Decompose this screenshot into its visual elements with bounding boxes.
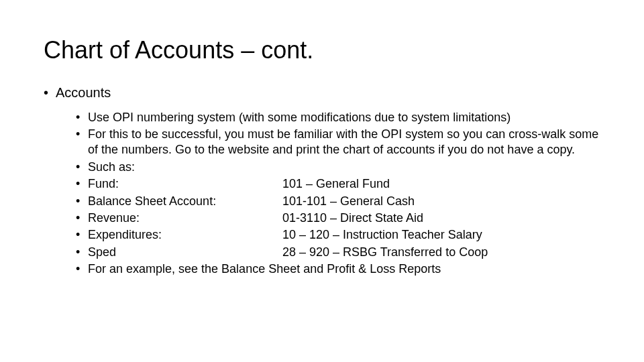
- bullet-level1: Accounts: [44, 85, 600, 101]
- list-item: Fund: 101 – General Fund: [76, 176, 600, 192]
- item-value: 101-101 – General Cash: [282, 194, 600, 209]
- list-item: Expenditures: 10 – 120 – Instruction Tea…: [76, 227, 600, 243]
- list-item: Use OPI numbering system (with some modi…: [76, 110, 600, 125]
- list-item: For an example, see the Balance Sheet an…: [76, 261, 600, 277]
- slide-title: Chart of Accounts – cont.: [44, 37, 600, 64]
- list-item: Balance Sheet Account: 101-101 – General…: [76, 194, 600, 209]
- item-value: 10 – 120 – Instruction Teacher Salary: [282, 227, 600, 243]
- item-label: Fund:: [88, 176, 282, 192]
- item-value: 101 – General Fund: [282, 176, 600, 192]
- item-value: 28 – 920 – RSBG Transferred to Coop: [282, 245, 600, 260]
- list-item: For this to be successful, you must be f…: [76, 127, 600, 158]
- list-item: Revenue: 01-3110 – Direct State Aid: [76, 210, 600, 226]
- bullet-level2-list: Use OPI numbering system (with some modi…: [44, 110, 600, 278]
- item-value: 01-3110 – Direct State Aid: [282, 210, 600, 226]
- item-label: Expenditures:: [88, 227, 282, 243]
- item-label: Sped: [88, 245, 282, 260]
- item-label: Revenue:: [88, 210, 282, 226]
- list-item: Such as:: [76, 160, 600, 175]
- slide: Chart of Accounts – cont. Accounts Use O…: [0, 0, 644, 362]
- item-label: Balance Sheet Account:: [88, 194, 282, 209]
- list-item: Sped 28 – 920 – RSBG Transferred to Coop: [76, 245, 600, 260]
